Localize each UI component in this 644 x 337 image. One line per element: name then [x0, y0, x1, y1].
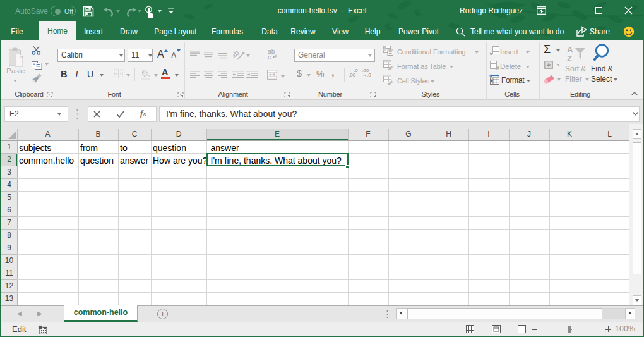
svg-text:c: c: [268, 53, 271, 60]
svg-text:A: A: [567, 45, 573, 54]
svg-text:ab: ab: [233, 49, 241, 60]
svg-text:Z: Z: [567, 54, 572, 63]
